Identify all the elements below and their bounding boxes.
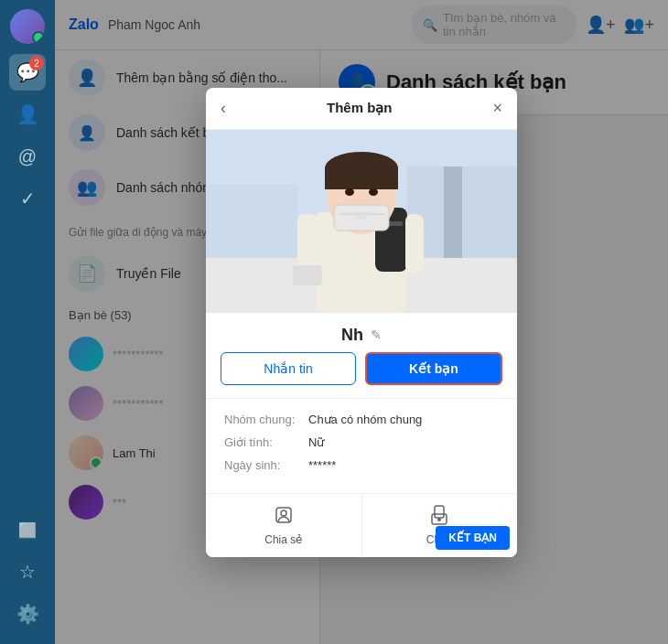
info-row-gender: Giới tính: Nữ	[224, 431, 499, 454]
settings-icon: ⚙️	[16, 603, 39, 625]
star-icon: ☆	[19, 561, 36, 583]
share-icon	[274, 505, 294, 530]
message-button[interactable]: Nhắn tin	[221, 352, 356, 385]
user-avatar[interactable]	[10, 9, 45, 44]
svg-point-20	[281, 510, 286, 516]
svg-rect-13	[325, 166, 398, 189]
sidebar-item-tasks[interactable]: ✓	[9, 180, 46, 217]
modal-profile-photo	[206, 130, 517, 313]
share-label: Chia sẻ	[264, 533, 302, 546]
svg-rect-21	[435, 506, 444, 518]
modal-info-section: Nhóm chung: Chưa có nhóm chung Giới tính…	[206, 398, 517, 486]
profile-photo-svg	[206, 130, 517, 313]
info-row-group: Nhóm chung: Chưa có nhóm chung	[224, 408, 499, 431]
add-friend-button[interactable]: Kết bạn	[365, 352, 502, 385]
sidebar-item-contacts[interactable]: 👤	[9, 96, 46, 133]
svg-rect-9	[405, 214, 424, 274]
svg-rect-10	[293, 265, 322, 285]
sidebar-item-chat[interactable]: 💬 2	[9, 54, 46, 91]
main-content: Zalo Pham Ngoc Anh 🔍 Tìm bạn bè, nhóm và…	[55, 0, 668, 644]
info-value-gender: Nữ	[308, 435, 324, 449]
photo-inner	[206, 130, 517, 313]
confirm-friend-button[interactable]: KẾT BẠN	[436, 526, 510, 550]
sidebar-item-mentions[interactable]: @	[9, 138, 46, 175]
contacts-icon: 👤	[16, 103, 39, 125]
modal-title: Thêm bạn	[226, 100, 492, 116]
sidebar: 💬 2 👤 @ ✓ ⬜ ☆ ⚙️	[0, 0, 55, 644]
modal-name-row: Nh ✎	[206, 313, 517, 352]
add-friend-modal: ‹ Thêm bạn ×	[206, 88, 517, 557]
info-row-birthday: Ngày sinh: ******	[224, 454, 499, 477]
edit-name-icon[interactable]: ✎	[371, 327, 382, 342]
at-icon: @	[18, 146, 37, 167]
modal-backdrop: ‹ Thêm bạn ×	[55, 0, 668, 644]
info-label-group: Nhóm chung:	[224, 413, 297, 426]
sidebar-item-star[interactable]: ☆	[9, 553, 46, 590]
svg-rect-2	[206, 185, 297, 258]
svg-rect-4	[444, 166, 462, 258]
sidebar-item-settings[interactable]: ⚙️	[9, 596, 46, 632]
share-button[interactable]: Chia sẻ	[206, 494, 361, 557]
info-value-birthday: ******	[308, 458, 336, 472]
tasks-icon: ✓	[20, 188, 36, 209]
info-label-birthday: Ngày sinh:	[224, 458, 297, 472]
sidebar-item-find[interactable]: ⬜	[9, 511, 46, 548]
modal-person-name: Nh	[341, 326, 363, 345]
svg-point-14	[345, 188, 354, 196]
modal-close-button[interactable]: ×	[492, 99, 502, 118]
info-value-group: Chưa có nhóm chung	[308, 413, 422, 426]
modal-action-buttons: Nhắn tin Kết bạn	[206, 352, 517, 398]
modal-bottom-bar: KẾT BẠN	[428, 519, 517, 557]
chat-badge: 2	[29, 56, 44, 70]
find-icon: ⬜	[18, 521, 37, 539]
modal-header: ‹ Thêm bạn ×	[206, 88, 517, 130]
info-label-gender: Giới tính:	[224, 435, 297, 449]
svg-point-15	[369, 188, 378, 196]
svg-rect-8	[297, 214, 318, 274]
